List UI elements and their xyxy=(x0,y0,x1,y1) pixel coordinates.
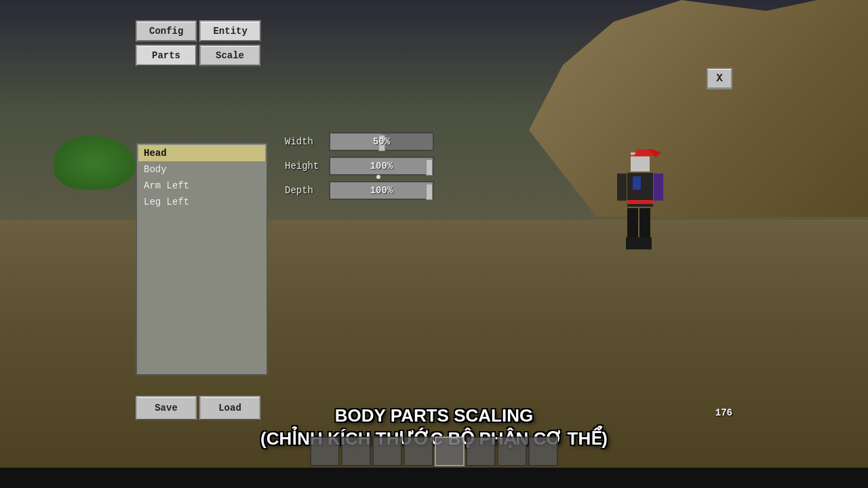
parts-list-area: Head Body Arm Left Leg Left xyxy=(136,142,268,375)
part-item-empty-1 xyxy=(138,210,265,226)
hotbar-slot-3[interactable] xyxy=(403,436,433,466)
tab-parts[interactable]: Parts xyxy=(136,45,197,66)
height-label: Height xyxy=(285,161,329,171)
parts-list: Head Body Arm Left Leg Left xyxy=(136,142,268,375)
part-item-head[interactable]: Head xyxy=(138,145,265,161)
height-value: 100% xyxy=(330,161,433,171)
svg-rect-4 xyxy=(627,200,653,204)
width-row: Width 50% xyxy=(285,132,441,151)
part-item-empty-2 xyxy=(138,226,265,243)
height-slider-track[interactable]: 100% xyxy=(329,157,434,176)
hotbar-slot-0[interactable] xyxy=(310,436,340,466)
tab-row-1: Config Entity xyxy=(136,20,346,42)
depth-value: 100% xyxy=(330,185,433,196)
part-item-empty-4 xyxy=(138,259,265,275)
part-item-empty-10 xyxy=(138,357,265,373)
hotbar-slot-2[interactable] xyxy=(372,436,402,466)
hotbar-slot-7[interactable] xyxy=(528,436,558,466)
svg-rect-8 xyxy=(639,208,650,242)
part-item-empty-7 xyxy=(138,308,265,324)
part-item-empty-5 xyxy=(138,275,265,291)
part-item-empty-8 xyxy=(138,324,265,340)
hotbar-slot-1[interactable] xyxy=(341,436,371,466)
character-preview xyxy=(614,149,675,285)
svg-rect-6 xyxy=(654,174,663,201)
tab-entity[interactable]: Entity xyxy=(199,20,260,42)
scale-section: Width 50% Height 100% Depth 100% xyxy=(285,132,441,205)
hotbar xyxy=(310,436,558,466)
close-button[interactable]: X xyxy=(707,68,732,89)
part-item-empty-6 xyxy=(138,291,265,308)
part-item-body[interactable]: Body xyxy=(138,161,265,178)
letterbox-bottom xyxy=(0,468,868,488)
hotbar-slot-5[interactable] xyxy=(466,436,496,466)
svg-rect-7 xyxy=(627,208,638,242)
height-row: Height 100% xyxy=(285,157,441,176)
tab-config[interactable]: Config xyxy=(136,20,197,42)
width-value: 50% xyxy=(330,136,433,147)
tab-row-2: Parts Scale xyxy=(136,45,346,66)
depth-slider-track[interactable]: 100% xyxy=(329,181,434,200)
hotbar-slot-4-active[interactable] xyxy=(435,436,465,466)
part-item-arm-left[interactable]: Arm Left xyxy=(138,178,265,194)
svg-rect-12 xyxy=(631,155,650,157)
part-item-empty-9 xyxy=(138,340,265,357)
svg-rect-11 xyxy=(633,176,641,190)
tab-scale[interactable]: Scale xyxy=(199,45,260,66)
hotbar-slot-6[interactable] xyxy=(497,436,527,466)
ui-panel: Config Entity Parts Scale xyxy=(136,20,346,69)
svg-rect-5 xyxy=(617,174,627,201)
depth-row: Depth 100% xyxy=(285,181,441,200)
width-slider-track[interactable]: 50% xyxy=(329,132,434,151)
svg-rect-10 xyxy=(638,237,652,249)
part-item-empty-3 xyxy=(138,243,265,259)
part-item-leg-left[interactable]: Leg Left xyxy=(138,194,265,210)
width-label: Width xyxy=(285,136,329,147)
depth-label: Depth xyxy=(285,185,329,196)
subtitle-line1: BODY PARTS SCALING xyxy=(0,405,868,428)
svg-rect-9 xyxy=(626,237,639,249)
